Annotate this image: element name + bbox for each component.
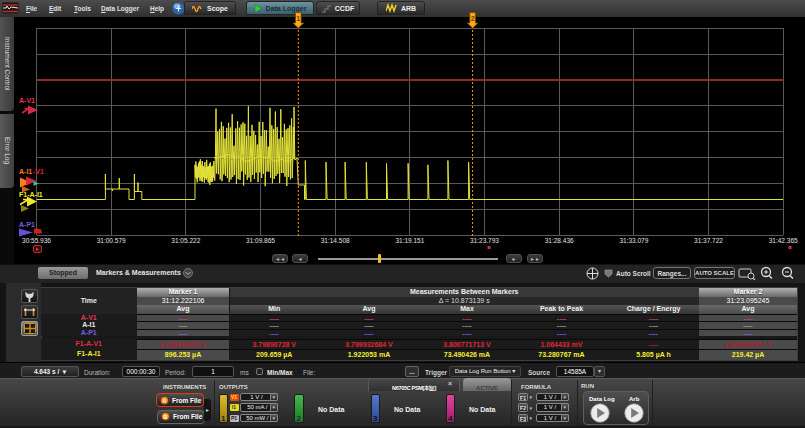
svg-text:1: 1 <box>296 15 300 22</box>
svg-text:2: 2 <box>471 15 475 22</box>
